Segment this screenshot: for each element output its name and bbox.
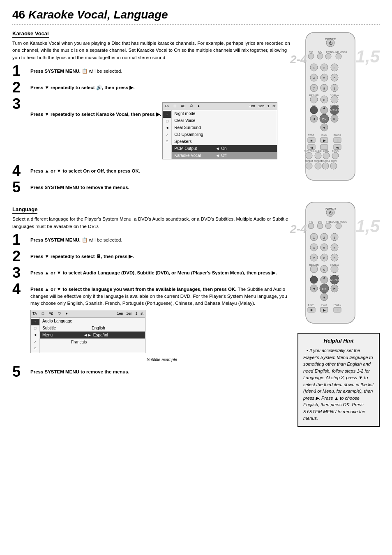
svg-text:▶: ▶ bbox=[323, 308, 326, 312]
svg-text:3: 3 bbox=[334, 236, 336, 240]
svg-text:1: 1 bbox=[313, 236, 315, 240]
hint-title: Helpful Hint bbox=[303, 338, 374, 344]
remote-gap bbox=[297, 192, 380, 200]
svg-text:►: ► bbox=[333, 287, 336, 290]
svg-text:T-C: T-C bbox=[309, 51, 313, 53]
svg-text:8: 8 bbox=[323, 256, 325, 260]
step-num-4: 4 bbox=[12, 164, 27, 178]
karaoke-step-1: 1 Press SYSTEM MENU. 📋 will be selected. bbox=[12, 65, 293, 78]
svg-text:9: 9 bbox=[334, 87, 336, 90]
step-3-content: Press ▼ repeatedly to select Karaoke Voc… bbox=[30, 98, 293, 162]
lang-step-num-5: 5 bbox=[12, 364, 27, 379]
karaoke-step-badge-1-5: 1,5 bbox=[356, 47, 380, 67]
lang-menu-icons: ↑ □ ◄ ♪ ⌂ bbox=[31, 318, 40, 353]
svg-text:DIM: DIM bbox=[318, 51, 323, 53]
icon-vol: ◄ bbox=[163, 124, 171, 131]
karaoke-heading: Karaoke Vocal bbox=[12, 30, 49, 38]
lang-step-5: 5 Press SYSTEM MENU to remove the menus. bbox=[12, 366, 293, 379]
step-5-text: Press SYSTEM MENU to remove the menus. bbox=[30, 185, 129, 190]
lang-row-francais: Francais bbox=[40, 339, 145, 345]
helpful-hint-box: Helpful Hint • If you accidentally set t… bbox=[297, 333, 380, 427]
svg-text:2: 2 bbox=[323, 236, 325, 240]
step-2-content: Press ▼ repeatedly to select 🔊, then pre… bbox=[30, 82, 293, 91]
svg-text:MENU: MENU bbox=[330, 279, 339, 281]
svg-text:9: 9 bbox=[334, 256, 336, 260]
hint-body: If you accidentally set the Player's Sys… bbox=[303, 348, 374, 421]
step-num-5: 5 bbox=[12, 180, 27, 195]
step-4-text: Press ▲ or ▼ to select On or Off, then p… bbox=[30, 168, 140, 173]
svg-text:4: 4 bbox=[313, 76, 315, 80]
lang-step-2-content: Press ▼ repeatedly to select 🖥, then pre… bbox=[30, 251, 293, 260]
svg-point-70 bbox=[306, 152, 312, 159]
svg-text:PLAY: PLAY bbox=[321, 134, 327, 136]
menu-icons-col: ↑ □ ◄ ♪ ⌂ bbox=[163, 110, 172, 159]
lang-menu-top-bar: TA □ ¥£ © ♦ 1en 1en 1 st bbox=[31, 310, 145, 318]
svg-text:►: ► bbox=[333, 117, 336, 121]
icon-house: ⌂ bbox=[163, 138, 171, 144]
svg-text:STOP: STOP bbox=[308, 134, 314, 136]
svg-point-94 bbox=[336, 223, 341, 229]
svg-text:SOUND MODE: SOUND MODE bbox=[330, 221, 347, 223]
svg-text:▼: ▼ bbox=[323, 296, 326, 299]
menu-top-bar: TA □ ¥£ © ♦ 1en 1en 1 st bbox=[163, 103, 277, 111]
svg-text:SCAN: SCAN bbox=[331, 160, 337, 162]
section-divider bbox=[12, 198, 293, 206]
step-2-suffix: , then press ▶. bbox=[102, 85, 135, 90]
svg-point-92 bbox=[317, 223, 323, 229]
lang-menu-rows: Audio Language SubtitleEnglish Menu◄►Esp… bbox=[40, 318, 145, 353]
svg-text:OK: OK bbox=[322, 287, 327, 291]
svg-text:⏭: ⏭ bbox=[336, 146, 339, 150]
language-heading: Language bbox=[12, 206, 37, 214]
lang-step-num-3: 3 bbox=[12, 265, 27, 280]
svg-text:0: 0 bbox=[323, 98, 325, 102]
language-remote-svg: ⏻ POWER T-C DIM FTS SOUND MODE 1 2 3 4 5… bbox=[297, 200, 363, 327]
svg-point-11 bbox=[336, 53, 341, 59]
hint-text: • If you accidentally set the Player's S… bbox=[303, 347, 374, 422]
svg-text:MENU: MENU bbox=[330, 109, 339, 112]
svg-text:◄: ◄ bbox=[312, 117, 316, 121]
menu-row-pcm: PCM Output◄On bbox=[172, 145, 277, 152]
lang-step-2-text: Press ▼ repeatedly to select 🖥, then pre… bbox=[30, 254, 134, 259]
lang-step-2: 2 Press ▼ repeatedly to select 🖥, then p… bbox=[12, 251, 293, 264]
svg-text:■: ■ bbox=[310, 138, 312, 143]
menu-row-nightmode: Night mode bbox=[172, 110, 277, 117]
svg-text:AUDIO: AUDIO bbox=[332, 150, 339, 152]
icon-sq: □ bbox=[163, 118, 171, 124]
lang-step-3: 3 Press ▲ or ▼ to select Audio Language … bbox=[12, 267, 293, 280]
svg-point-35 bbox=[331, 96, 338, 103]
karaoke-remote-svg: ⏻ POWER T-C DIM FTS SOUND MODE 1 2 3 4 5… bbox=[297, 30, 363, 187]
lang-step-badge-2-4: 2-4 bbox=[290, 223, 307, 236]
step-num-1: 1 bbox=[12, 64, 27, 78]
step-num-3: 3 bbox=[12, 97, 27, 111]
language-remote-wrapper: 2-4 1,5 ⏻ POWER T-C DIM FTS SOUND MODE 1… bbox=[297, 200, 376, 329]
menu-rows: Night mode Clear Voice Real Surround CD … bbox=[172, 110, 277, 159]
svg-point-81 bbox=[322, 163, 329, 169]
svg-text:PAUSE: PAUSE bbox=[334, 304, 341, 306]
svg-text:POWER: POWER bbox=[325, 207, 336, 210]
lang-step-num-4: 4 bbox=[12, 282, 27, 297]
lang-step-num-2: 2 bbox=[12, 249, 27, 264]
menu-icon-symbol: 📋 bbox=[82, 69, 88, 74]
karaoke-section: Karaoke Vocal Turn on Karaoke Vocal when… bbox=[12, 30, 293, 195]
lang-step-3-content: Press ▲ or ▼ to select Audio Language (D… bbox=[30, 267, 293, 276]
svg-point-8 bbox=[308, 53, 314, 59]
menu-col-sq: □ bbox=[174, 104, 176, 109]
menu-col-yl: ¥£ bbox=[181, 104, 185, 109]
svg-point-114 bbox=[310, 265, 318, 273]
step-1-content: Press SYSTEM MENU. 📋 will be selected. bbox=[30, 65, 293, 75]
svg-point-79 bbox=[306, 163, 312, 169]
main-layout: Karaoke Vocal Turn on Karaoke Vocal when… bbox=[12, 30, 380, 427]
svg-text:2: 2 bbox=[323, 66, 325, 70]
svg-text:PAUSE: PAUSE bbox=[334, 134, 341, 136]
karaoke-step-5: 5 Press SYSTEM MENU to remove the menus. bbox=[12, 182, 293, 195]
svg-point-38 bbox=[310, 106, 318, 114]
svg-text:7: 7 bbox=[313, 87, 315, 90]
step-2-text: Press ▼ repeatedly to select 🔊 bbox=[30, 85, 102, 90]
lang-icon-ta: ↑ bbox=[31, 319, 39, 325]
lang-step-3-text: Press ▲ or ▼ to select Audio Language (D… bbox=[30, 270, 277, 275]
svg-point-93 bbox=[325, 223, 331, 229]
svg-text:■: ■ bbox=[310, 308, 312, 312]
right-column: 2-4 1,5 ⏻ POWER T-C DIM FTS SOUND MODE 1 bbox=[297, 30, 380, 427]
page-title: 46 Karaoke Vocal, Language bbox=[12, 8, 380, 21]
lang-row-audio: Audio Language bbox=[40, 318, 145, 325]
